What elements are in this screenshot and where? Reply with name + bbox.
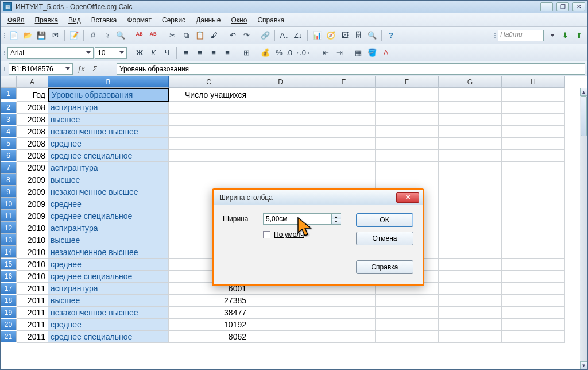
cell-D8[interactable] — [249, 174, 312, 186]
cell-F5[interactable] — [376, 138, 439, 150]
cell-E7[interactable] — [312, 162, 376, 174]
cell-B17[interactable]: аспирантура — [48, 283, 169, 295]
cell-B10[interactable]: среднее — [48, 198, 169, 210]
cell-G3[interactable] — [439, 114, 502, 126]
cell-C3[interactable] — [169, 114, 249, 126]
cell-D21[interactable] — [249, 331, 312, 343]
cell-C1[interactable]: Число учащихся — [169, 88, 249, 102]
select-all-corner[interactable] — [1, 76, 17, 88]
cell-B20[interactable]: среднее — [48, 319, 169, 331]
cell-B12[interactable]: аспирантура — [48, 222, 169, 234]
cell-B1[interactable]: Уровень образования — [48, 88, 169, 102]
menu-window[interactable]: Окно — [226, 15, 252, 25]
menu-edit[interactable]: Правка — [30, 15, 63, 25]
cell-A12[interactable]: 2010 — [17, 222, 48, 234]
cell-A13[interactable]: 2010 — [17, 234, 48, 246]
zoom-icon[interactable]: 🔍 — [366, 29, 378, 42]
row-header-5[interactable]: 5 — [1, 138, 17, 149]
row-header-16[interactable]: 16 — [1, 271, 17, 282]
help-button[interactable]: Справка — [356, 260, 413, 274]
copy-icon[interactable]: ⧉ — [180, 29, 192, 42]
merge-cells-icon[interactable]: ⊞ — [240, 47, 253, 59]
cell-H8[interactable] — [502, 174, 565, 186]
cell-H13[interactable] — [502, 234, 565, 246]
underline-icon[interactable]: Ч — [161, 47, 173, 59]
menu-insert[interactable]: Вставка — [87, 15, 122, 25]
cell-E8[interactable] — [312, 174, 376, 186]
decimal-add-icon[interactable]: .0→ — [287, 47, 299, 59]
cell-G12[interactable] — [439, 222, 502, 234]
spellcheck-icon[interactable]: ᴬᴮ — [133, 29, 146, 42]
row-header-8[interactable]: 8 — [1, 174, 17, 186]
cell-A16[interactable]: 2010 — [17, 271, 48, 283]
undo-icon[interactable]: ↶ — [226, 29, 239, 42]
col-header-F[interactable]: F — [376, 76, 439, 88]
dialog-close-icon[interactable]: ✕ — [396, 192, 419, 203]
sort-desc-icon[interactable]: Z↓ — [292, 29, 304, 42]
row-header-21[interactable]: 21 — [1, 331, 17, 342]
row-header-10[interactable]: 10 — [1, 198, 17, 210]
cell-B9[interactable]: незаконченное высшее — [48, 186, 169, 198]
cell-C20[interactable]: 10192 — [169, 319, 249, 331]
cell-G4[interactable] — [439, 126, 502, 138]
cell-G5[interactable] — [439, 138, 502, 150]
print-icon[interactable]: 🖨 — [100, 29, 113, 42]
default-checkbox[interactable] — [263, 231, 270, 238]
cell-E5[interactable] — [312, 138, 376, 150]
cell-E3[interactable] — [312, 114, 376, 126]
equals-icon[interactable]: = — [103, 63, 114, 75]
cell-H10[interactable] — [502, 198, 565, 210]
cell-C21[interactable]: 8062 — [169, 331, 249, 343]
cell-B19[interactable]: незаконченное высшее — [48, 307, 169, 319]
cell-F21[interactable] — [376, 331, 439, 343]
cut-icon[interactable]: ✂ — [166, 29, 179, 42]
cell-H11[interactable] — [502, 210, 565, 222]
menu-data[interactable]: Данные — [191, 15, 225, 25]
search-up-icon[interactable]: ⬆ — [572, 29, 585, 42]
align-justify-icon[interactable]: ≡ — [221, 47, 234, 59]
col-header-B[interactable]: B — [48, 76, 169, 88]
dropdown-icon[interactable] — [545, 29, 558, 42]
cell-G14[interactable] — [439, 246, 502, 259]
datasource-icon[interactable]: 🗄 — [352, 29, 365, 42]
cell-E20[interactable] — [312, 319, 376, 331]
new-icon[interactable]: 📄 — [7, 29, 20, 42]
cell-F20[interactable] — [376, 319, 439, 331]
cell-C7[interactable] — [169, 162, 249, 174]
cell-H7[interactable] — [502, 162, 565, 174]
font-size-combo[interactable]: 10 — [95, 47, 127, 59]
cell-H4[interactable] — [502, 126, 565, 138]
row-header-2[interactable]: 2 — [1, 102, 17, 113]
cell-H6[interactable] — [502, 150, 565, 162]
cell-A18[interactable]: 2011 — [17, 295, 48, 307]
cell-H5[interactable] — [502, 138, 565, 150]
row-header-14[interactable]: 14 — [1, 246, 17, 258]
cell-E18[interactable] — [312, 295, 376, 307]
col-header-C[interactable]: C — [169, 76, 249, 88]
cell-B11[interactable]: среднее специальное — [48, 210, 169, 222]
cell-A3[interactable]: 2008 — [17, 114, 48, 126]
row-header-18[interactable]: 18 — [1, 295, 17, 306]
cell-D3[interactable] — [249, 114, 312, 126]
cell-G20[interactable] — [439, 319, 502, 331]
find-input[interactable]: Найти — [498, 30, 544, 41]
row-header-1[interactable]: 1 — [1, 88, 17, 99]
cell-G8[interactable] — [439, 174, 502, 186]
cell-G15[interactable] — [439, 259, 502, 271]
cell-G19[interactable] — [439, 307, 502, 319]
email-icon[interactable]: ✉ — [49, 29, 61, 42]
row-header-13[interactable]: 13 — [1, 234, 17, 246]
cell-D20[interactable] — [249, 319, 312, 331]
cell-C5[interactable] — [169, 138, 249, 150]
cell-A4[interactable]: 2008 — [17, 126, 48, 138]
cell-F1[interactable] — [376, 88, 439, 102]
width-input[interactable]: 5,00см — [263, 213, 332, 225]
menu-tools[interactable]: Сервис — [157, 15, 190, 25]
borders-icon[interactable]: ▦ — [352, 47, 365, 59]
menu-view[interactable]: Вид — [64, 15, 86, 25]
cell-B7[interactable]: аспирантура — [48, 162, 169, 174]
toolbar-grip3[interactable] — [3, 51, 6, 55]
spin-up-icon[interactable]: ▲ — [332, 214, 341, 219]
cell-E4[interactable] — [312, 126, 376, 138]
cell-D1[interactable] — [249, 88, 312, 102]
